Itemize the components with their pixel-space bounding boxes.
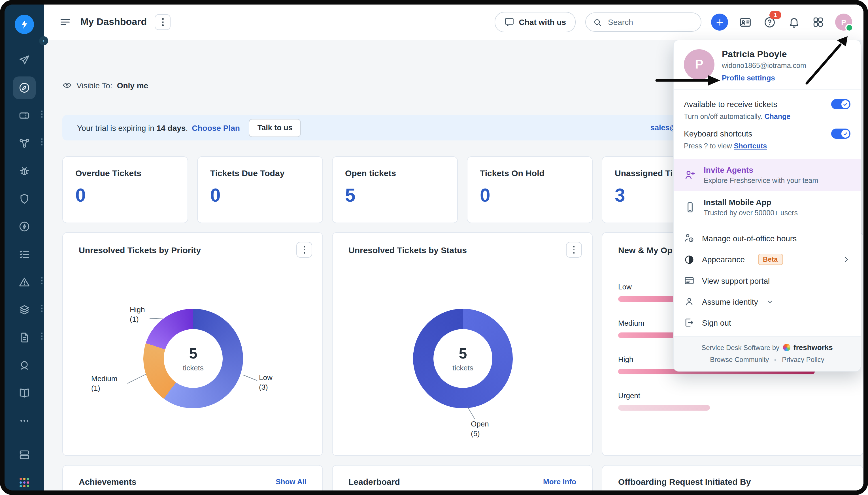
nav-shield[interactable] bbox=[13, 187, 36, 210]
nav-problems[interactable] bbox=[13, 160, 36, 182]
more-info-link[interactable]: More Info bbox=[543, 477, 576, 486]
install-title: Install Mobile App bbox=[704, 198, 798, 207]
dropdown-footer: Service Desk Software by freshworks Brow… bbox=[674, 337, 861, 371]
notifications-button[interactable] bbox=[786, 15, 801, 30]
search-icon bbox=[593, 17, 602, 27]
server-icon bbox=[18, 448, 31, 461]
visible-to-label: Visible To: bbox=[76, 81, 113, 90]
nav-tasks[interactable] bbox=[13, 243, 36, 266]
nav-automation[interactable] bbox=[13, 215, 36, 238]
achievements-card: Achievements Show All This month bbox=[62, 465, 323, 491]
stat-card-on-hold[interactable]: Tickets On Hold 0 bbox=[467, 156, 593, 223]
nav-solutions[interactable] bbox=[13, 382, 36, 404]
apps-button[interactable] bbox=[811, 15, 826, 30]
privacy-policy-link[interactable]: Privacy Policy bbox=[782, 356, 824, 364]
eye-icon bbox=[62, 81, 72, 90]
nav-insights[interactable] bbox=[13, 354, 36, 377]
freshworks-logo[interactable] bbox=[15, 15, 34, 34]
change-link[interactable]: Change bbox=[764, 113, 790, 121]
shortcuts-link[interactable]: Shortcuts bbox=[734, 142, 767, 150]
card-title: Achievements bbox=[79, 477, 136, 487]
ticket-icon bbox=[18, 109, 31, 122]
visibility-row[interactable]: Visible To: Only me bbox=[62, 81, 148, 90]
user-avatar[interactable]: P bbox=[835, 14, 852, 31]
install-app-item[interactable]: Install Mobile App Trusted by over 50000… bbox=[674, 191, 861, 224]
slice-label-low: Low(3) bbox=[259, 373, 273, 392]
nav-paper-plane[interactable] bbox=[13, 49, 36, 71]
sign-out-icon bbox=[684, 317, 695, 328]
nav-workflow-kebab[interactable] bbox=[41, 138, 42, 145]
nav-dashboard[interactable] bbox=[13, 76, 36, 99]
nav-more[interactable] bbox=[13, 409, 36, 432]
status-chart-kebab[interactable] bbox=[566, 242, 582, 258]
stat-card-open[interactable]: Open tickets 5 bbox=[332, 156, 458, 223]
sidebar-expand-chevron[interactable]: › bbox=[39, 36, 48, 45]
invite-agents-item[interactable]: Invite Agents Explore Freshservice with … bbox=[674, 159, 861, 191]
plus-icon bbox=[715, 18, 724, 26]
header-actions: Chat with us 1 bbox=[495, 12, 852, 32]
app-window: › My Dashboard Chat with us bbox=[4, 4, 864, 491]
hamburger-icon[interactable] bbox=[59, 16, 71, 28]
id-card-icon bbox=[738, 16, 752, 29]
browse-community-link[interactable]: Browse Community bbox=[710, 356, 769, 364]
nav-tickets[interactable] bbox=[13, 104, 36, 127]
waffle-icon bbox=[812, 16, 824, 28]
nav-documents-kebab[interactable] bbox=[41, 332, 42, 340]
donut-center: 5 tickets bbox=[164, 329, 223, 388]
portal-icon bbox=[684, 275, 695, 286]
talk-to-us-button[interactable]: Talk to us bbox=[249, 119, 301, 137]
profile-settings-link[interactable]: Profile settings bbox=[722, 74, 806, 82]
dashboard-kebab-button[interactable] bbox=[155, 14, 171, 30]
menu-item-assume-identity[interactable]: Assume identity bbox=[674, 291, 861, 312]
show-all-link[interactable]: Show All bbox=[276, 477, 307, 486]
sidebar bbox=[4, 4, 44, 491]
bolt-circle-icon bbox=[18, 220, 31, 233]
layers-icon bbox=[18, 304, 31, 316]
stat-card-due-today[interactable]: Tickets Due Today 0 bbox=[197, 156, 323, 223]
trial-days: 14 days bbox=[157, 123, 186, 132]
nav-alerts-kebab[interactable] bbox=[41, 277, 42, 284]
trial-text: Your trial is expiring in bbox=[77, 123, 154, 132]
donut-unit: tickets bbox=[183, 364, 204, 372]
nav-servers[interactable] bbox=[13, 443, 36, 466]
nav-assets[interactable] bbox=[13, 298, 36, 321]
donut-center: 5 tickets bbox=[433, 329, 492, 388]
sidebar-nav bbox=[13, 49, 36, 432]
available-toggle[interactable] bbox=[831, 99, 850, 109]
quick-create-button[interactable] bbox=[711, 14, 728, 31]
mobile-phone-icon bbox=[684, 201, 696, 214]
contacts-button[interactable] bbox=[738, 15, 752, 30]
menu-item-label: Manage out-of-office hours bbox=[702, 234, 797, 243]
stat-value: 0 bbox=[75, 185, 175, 206]
profile-name: Patricia Pboyle bbox=[722, 49, 806, 59]
shortcuts-toggle[interactable] bbox=[831, 129, 850, 139]
app-switcher[interactable] bbox=[13, 471, 36, 491]
stat-value: 0 bbox=[210, 185, 310, 206]
priority-chart-kebab[interactable] bbox=[296, 242, 312, 258]
search-box[interactable] bbox=[585, 13, 701, 32]
nav-tickets-kebab[interactable] bbox=[41, 110, 42, 118]
offboarding-card: Offboarding Request Initiated By bbox=[602, 465, 864, 491]
chat-with-us-button[interactable]: Chat with us bbox=[495, 12, 576, 32]
shortcuts-sub: Press ? to view bbox=[684, 142, 732, 150]
profile-header: P Patricia Pboyle widono1865@iotrama.com… bbox=[674, 40, 861, 89]
nav-workflow[interactable] bbox=[13, 132, 36, 155]
search-input[interactable] bbox=[607, 17, 688, 27]
stat-label: Overdue Tickets bbox=[75, 168, 175, 178]
visible-to-value: Only me bbox=[117, 81, 149, 90]
nav-assets-kebab[interactable] bbox=[41, 305, 42, 312]
stat-label: Open tickets bbox=[345, 168, 445, 178]
nav-documents[interactable] bbox=[13, 326, 36, 349]
help-button[interactable]: 1 bbox=[762, 15, 777, 30]
stat-card-overdue[interactable]: Overdue Tickets 0 bbox=[62, 156, 188, 223]
menu-item-sign-out[interactable]: Sign out bbox=[674, 312, 861, 333]
stat-label: Tickets Due Today bbox=[210, 168, 310, 178]
nav-alerts[interactable] bbox=[13, 271, 36, 293]
available-label: Available to receive tickets bbox=[684, 100, 777, 109]
menu-item-appearance[interactable]: Appearance Beta bbox=[674, 249, 861, 270]
menu-item-support-portal[interactable]: View support portal bbox=[674, 270, 861, 291]
menu-item-out-of-office[interactable]: Manage out-of-office hours bbox=[674, 228, 861, 249]
footer-brand: freshworks bbox=[794, 343, 833, 352]
choose-plan-link[interactable]: Choose Plan bbox=[192, 123, 240, 132]
trial-text-suffix: . bbox=[186, 123, 188, 132]
